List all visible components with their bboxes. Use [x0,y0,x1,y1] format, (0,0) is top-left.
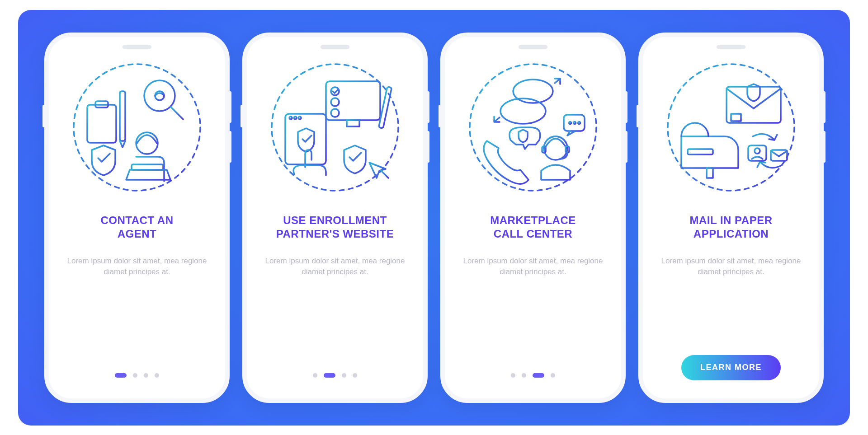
indicator-dot [342,373,346,378]
indicator-dot [522,373,526,378]
indicator-dot [353,373,357,378]
indicator-dot-active [324,373,335,378]
svg-rect-44 [726,87,781,123]
agent-icon [69,60,205,195]
svg-point-50 [755,148,760,154]
screen-title: MAIL IN PAPER APPLICATION [690,211,773,243]
svg-line-3 [171,107,183,119]
indicator-dot [511,373,515,378]
svg-point-20 [331,109,339,117]
screen-description: Lorem ipsum dolor sit amet, mea regione … [658,256,804,278]
svg-rect-4 [87,105,116,143]
indicator-dot [133,373,137,378]
phone-mockup-4: MAIL IN PAPER APPLICATION Lorem ipsum do… [638,33,824,403]
svg-point-38 [574,122,576,124]
svg-point-39 [578,122,580,124]
indicator-dot [144,373,148,378]
svg-point-25 [289,117,292,119]
phone-mockup-3: MARKETPLACE CALL CENTER Lorem ipsum dolo… [440,33,626,403]
screen-title: MARKETPLACE CALL CENTER [490,211,576,243]
screen-title: CONTACT AN AGENT [101,211,174,243]
screen-description: Lorem ipsum dolor sit amet, mea regione … [460,256,606,278]
mail-application-icon [663,60,799,195]
learn-more-button[interactable]: LEARN MORE [681,355,781,380]
onboarding-stage: CONTACT AN AGENT Lorem ipsum dolor sit a… [18,10,850,426]
svg-rect-11 [132,164,163,170]
enrollment-website-icon [267,60,403,195]
screen-title: USE ENROLLMENT PARTNER'S WEBSITE [276,211,394,243]
page-indicator [511,373,555,380]
phone-mockup-2: USE ENROLLMENT PARTNER'S WEBSITE Lorem i… [242,33,428,403]
screen-description: Lorem ipsum dolor sit amet, mea regione … [262,256,408,278]
svg-point-26 [294,117,297,119]
svg-point-27 [298,117,301,119]
svg-point-0 [74,64,200,191]
page-indicator [115,373,159,380]
phone-mockup-1: CONTACT AN AGENT Lorem ipsum dolor sit a… [44,33,230,403]
indicator-dot [313,373,317,378]
svg-line-28 [381,171,388,178]
svg-point-18 [331,98,339,106]
page-indicator [313,373,357,380]
svg-point-37 [569,122,571,124]
call-center-icon [465,60,601,195]
screen-description: Lorem ipsum dolor sit amet, mea regione … [64,256,210,278]
svg-rect-9 [120,91,125,141]
svg-rect-47 [707,168,713,178]
indicator-dot [155,373,159,378]
indicator-dot-active [115,373,127,378]
svg-rect-14 [347,120,359,126]
indicator-dot-active [533,373,544,378]
indicator-dot [551,373,555,378]
